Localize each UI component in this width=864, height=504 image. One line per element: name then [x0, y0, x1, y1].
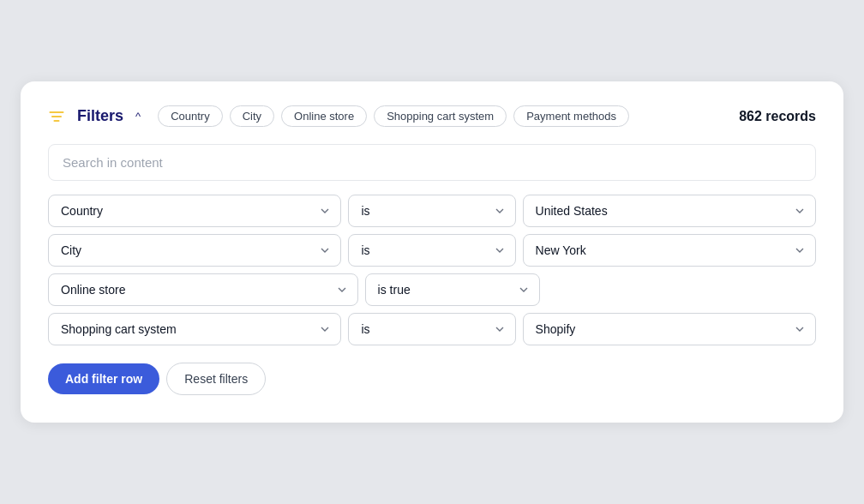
- operator-select-2[interactable]: is is not is true is false: [348, 234, 515, 267]
- value-select-4[interactable]: Shopify WooCommerce Magento BigCommerce: [523, 313, 816, 345]
- actions-bar: Add filter row Reset filters: [48, 363, 816, 395]
- chip-city[interactable]: City: [230, 105, 274, 127]
- value-select-1[interactable]: United States Canada United Kingdom Aust…: [523, 195, 816, 227]
- filter-row-3: Online store Country City Shopping cart …: [48, 273, 816, 306]
- filter-row-4: Shopping cart system Country City Online…: [48, 313, 816, 345]
- filter-rows: Country City Online store Shopping cart …: [48, 195, 816, 345]
- chip-shopping-cart[interactable]: Shopping cart system: [374, 105, 507, 127]
- filter-chips: Country City Online store Shopping cart …: [158, 105, 729, 127]
- filters-card: Filters ^ Country City Online store Shop…: [21, 81, 843, 423]
- filter-row-2: City Country Online store Shopping cart …: [48, 234, 816, 267]
- field-select-4[interactable]: Shopping cart system Country City Online…: [48, 313, 341, 345]
- filters-title: Filters: [77, 107, 123, 125]
- filters-header: Filters ^ Country City Online store Shop…: [48, 105, 816, 127]
- field-select-3[interactable]: Online store Country City Shopping cart …: [48, 273, 358, 306]
- field-select-1[interactable]: Country City Online store Shopping cart …: [48, 195, 341, 227]
- add-filter-button[interactable]: Add filter row: [48, 363, 159, 394]
- filters-caret[interactable]: ^: [135, 110, 141, 123]
- filter-icon: [48, 108, 65, 125]
- value-select-2[interactable]: New York Los Angeles Chicago Houston: [523, 234, 816, 267]
- search-input[interactable]: [48, 144, 816, 181]
- operator-select-1[interactable]: is is not is true is false: [348, 195, 515, 227]
- records-count: 862 records: [739, 109, 816, 124]
- field-select-2[interactable]: City Country Online store Shopping cart …: [48, 234, 341, 267]
- chip-online-store[interactable]: Online store: [281, 105, 367, 127]
- chip-country[interactable]: Country: [158, 105, 223, 127]
- chip-payment-methods[interactable]: Payment methods: [513, 105, 629, 127]
- operator-select-3[interactable]: is true is false is is not: [365, 273, 541, 306]
- filter-row-1: Country City Online store Shopping cart …: [48, 195, 816, 227]
- reset-filters-button[interactable]: Reset filters: [166, 363, 266, 395]
- operator-select-4[interactable]: is is not is true is false: [348, 313, 515, 345]
